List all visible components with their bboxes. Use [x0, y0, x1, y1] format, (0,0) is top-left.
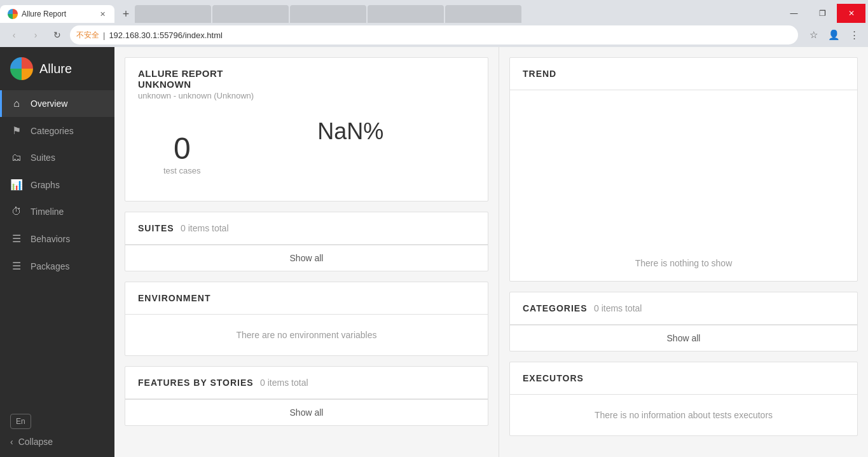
right-panel: TREND There is nothing to show CATEGORIE… — [499, 47, 868, 457]
trend-empty: There is nothing to show — [635, 258, 733, 268]
environment-header: ENVIRONMENT — [125, 282, 488, 314]
toolbar-icons: ☆ 👤 ⋮ — [804, 26, 863, 44]
timeline-icon: ⏱ — [10, 206, 23, 217]
environment-empty: There are no environment variables — [125, 315, 488, 355]
sidebar-item-suites[interactable]: 🗂 Suites — [0, 144, 114, 171]
logo-text: Allure — [39, 62, 72, 76]
logo-icon — [10, 57, 33, 80]
tab-bar: Allure Report ✕ + — ❐ ✕ — [0, 0, 868, 23]
suites-icon: 🗂 — [10, 152, 23, 163]
categories-header: CATEGORIES 0 items total — [510, 292, 857, 324]
environment-title: ENVIRONMENT — [138, 293, 210, 303]
sidebar-item-categories[interactable]: ⚑ Categories — [0, 117, 114, 144]
sidebar-label-packages: Packages — [31, 261, 69, 271]
minimize-button[interactable]: — — [780, 4, 808, 23]
report-chart: NaN% — [226, 118, 475, 145]
report-header-card: ALLURE REPORT UNKNOWN unknown - unknown … — [125, 57, 488, 201]
active-tab[interactable]: Allure Report ✕ — [0, 5, 114, 23]
sidebar-logo: Allure — [0, 47, 114, 90]
sidebar-item-timeline[interactable]: ⏱ Timeline — [0, 198, 114, 225]
features-header: FEATURES BY STORIES 0 items total — [125, 367, 488, 399]
url-box[interactable]: 不安全 | 192.168.30.1:55796/index.html — [70, 25, 798, 44]
sidebar-item-behaviors[interactable]: ☰ Behaviors — [0, 225, 114, 252]
suites-card: SUITES 0 items total Show all — [125, 212, 488, 271]
url-text: 192.168.30.1:55796/index.html — [109, 31, 792, 40]
executors-card: EXECUTORS There is no information about … — [509, 362, 858, 436]
sidebar: Allure ⌂ Overview ⚑ Categories 🗂 Suites … — [0, 47, 114, 457]
categories-count: 0 items total — [594, 303, 642, 313]
environment-card: ENVIRONMENT There are no environment var… — [125, 282, 488, 356]
other-tab-2[interactable] — [212, 5, 289, 23]
language-button[interactable]: En — [10, 414, 31, 429]
sidebar-label-behaviors: Behaviors — [31, 234, 70, 244]
report-stats: 0 test cases — [138, 118, 226, 188]
sidebar-label-timeline: Timeline — [31, 207, 64, 217]
report-header: ALLURE REPORT UNKNOWN unknown - unknown … — [125, 58, 488, 106]
other-tab-4[interactable] — [368, 5, 444, 23]
trend-body: There is nothing to show — [510, 90, 857, 281]
forward-button[interactable]: › — [27, 26, 45, 44]
tab-title: Allure Report — [22, 10, 94, 18]
close-tab-button[interactable]: ✕ — [98, 10, 107, 18]
close-button[interactable]: ✕ — [837, 4, 865, 23]
address-bar: ‹ › ↻ 不安全 | 192.168.30.1:55796/index.htm… — [0, 23, 868, 47]
bookmark-button[interactable]: ☆ — [804, 26, 822, 44]
suites-title: SUITES — [138, 223, 174, 233]
maximize-button[interactable]: ❐ — [808, 4, 837, 23]
suites-show-all-button[interactable]: Show all — [125, 245, 488, 271]
trend-card: TREND There is nothing to show — [509, 57, 858, 282]
suites-header: SUITES 0 items total — [125, 212, 488, 244]
suites-count: 0 items total — [181, 223, 228, 233]
sidebar-nav: ⌂ Overview ⚑ Categories 🗂 Suites 📊 Graph… — [0, 90, 114, 404]
tab-favicon — [8, 9, 18, 19]
report-card-body: 0 test cases NaN% — [125, 106, 488, 201]
profile-button[interactable]: 👤 — [825, 26, 843, 44]
window-controls: — ❐ ✕ — [780, 4, 868, 23]
categories-show-all-button[interactable]: Show all — [510, 325, 857, 351]
sidebar-item-graphs[interactable]: 📊 Graphs — [0, 171, 114, 198]
categories-title: CATEGORIES — [523, 303, 588, 313]
left-panel: ALLURE REPORT UNKNOWN unknown - unknown … — [114, 47, 499, 457]
new-tab-button[interactable]: + — [117, 5, 135, 23]
other-tab-1[interactable] — [135, 5, 211, 23]
report-title-line2: UNKNOWN — [138, 79, 475, 90]
flag-icon: ⚑ — [10, 125, 23, 137]
features-count: 0 items total — [260, 378, 308, 388]
features-card: FEATURES BY STORIES 0 items total Show a… — [125, 366, 488, 426]
sidebar-label-graphs: Graphs — [31, 180, 60, 190]
features-title: FEATURES BY STORIES — [138, 378, 254, 388]
sidebar-label-suites: Suites — [31, 153, 55, 163]
app: Allure ⌂ Overview ⚑ Categories 🗂 Suites … — [0, 47, 868, 457]
refresh-button[interactable]: ↻ — [48, 26, 66, 44]
behaviors-icon: ☰ — [10, 233, 23, 245]
security-warning: 不安全 — [76, 30, 99, 41]
menu-button[interactable]: ⋮ — [845, 26, 863, 44]
trend-title: TREND — [523, 69, 556, 79]
browser-chrome: Allure Report ✕ + — ❐ ✕ ‹ › ↻ 不安全 | 192.… — [0, 0, 868, 47]
report-title-line1: ALLURE REPORT — [138, 68, 475, 79]
sidebar-item-packages[interactable]: ☰ Packages — [0, 252, 114, 280]
other-tab-3[interactable] — [290, 5, 366, 23]
sidebar-item-overview[interactable]: ⌂ Overview — [0, 90, 114, 117]
back-button[interactable]: ‹ — [5, 26, 23, 44]
packages-icon: ☰ — [10, 260, 23, 272]
collapse-button[interactable]: ‹ Collapse — [10, 437, 104, 447]
home-icon: ⌂ — [10, 98, 23, 109]
other-tabs — [135, 5, 780, 23]
executors-empty: There is no information about tests exec… — [510, 395, 857, 435]
sidebar-label-categories: Categories — [31, 126, 74, 136]
categories-card: CATEGORIES 0 items total Show all — [509, 292, 858, 351]
executors-header: EXECUTORS — [510, 362, 857, 394]
graphs-icon: 📊 — [10, 179, 23, 191]
url-separator: | — [103, 31, 105, 40]
other-tab-5[interactable] — [445, 5, 521, 23]
sidebar-bottom: En ‹ Collapse — [0, 404, 114, 457]
collapse-arrow-icon: ‹ — [10, 437, 13, 447]
executors-title: EXECUTORS — [523, 373, 584, 383]
features-show-all-button[interactable]: Show all — [125, 399, 488, 425]
test-label: test cases — [163, 166, 201, 175]
collapse-label: Collapse — [18, 437, 53, 447]
main-content: ALLURE REPORT UNKNOWN unknown - unknown … — [114, 47, 868, 457]
test-count: 0 — [174, 131, 191, 166]
trend-header: TREND — [510, 58, 857, 90]
